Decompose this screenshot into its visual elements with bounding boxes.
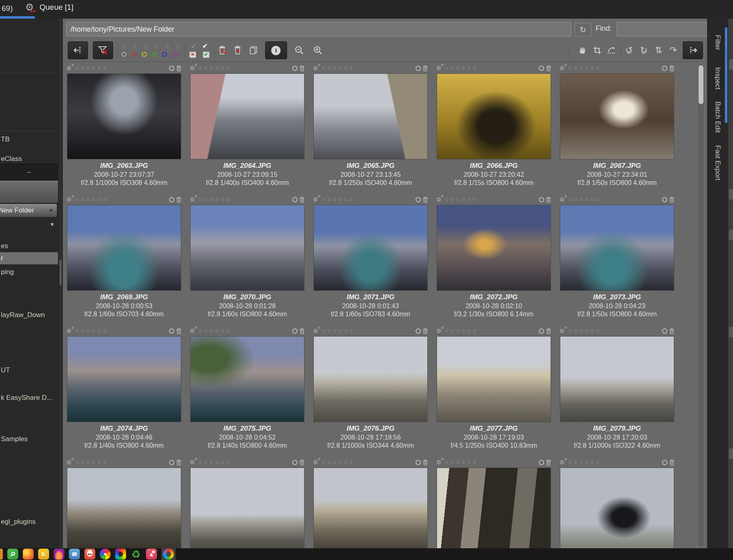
thumbnail-cell[interactable]: ⚙⚙ ☆☆☆☆☆☆ IMG_2067.JPG 2008-10-27 23:34:… <box>558 64 676 189</box>
thumbnail-cell[interactable]: ⚙⚙ ☆☆☆☆☆☆ IMG_2064.JPG 2008-10-27 23:09:… <box>189 64 306 189</box>
photo-thumbnail[interactable] <box>437 205 551 291</box>
trash-icon[interactable] <box>546 459 551 466</box>
photo-thumbnail[interactable] <box>313 205 428 291</box>
color-label-icon[interactable] <box>539 66 544 71</box>
color-label-icon[interactable] <box>662 328 667 334</box>
thumbnail-cell[interactable]: ⚙⚙ ☆☆☆☆☆☆ <box>435 458 553 549</box>
color-label-icon[interactable] <box>416 66 421 71</box>
thumbnail-cell[interactable]: ⚙⚙ ☆☆☆☆☆☆ <box>65 458 183 549</box>
photo-thumbnail[interactable] <box>313 468 428 549</box>
right-tab-inspect[interactable]: Inspect <box>707 67 728 90</box>
color-label-icon[interactable] <box>169 66 174 71</box>
rating-stars[interactable]: ☆☆☆☆☆☆ <box>75 460 109 465</box>
rating-stars[interactable]: ☆☆☆☆☆☆ <box>198 460 232 465</box>
photo-thumbnail[interactable] <box>67 336 181 422</box>
rating-stars[interactable]: ☆☆☆☆☆☆ <box>321 460 355 465</box>
color-label-icon[interactable] <box>292 328 298 334</box>
trash-icon[interactable] <box>422 459 428 466</box>
star-filter-icon[interactable]: ☆ <box>165 43 170 49</box>
copy-stack-button[interactable] <box>249 45 258 55</box>
trash-icon[interactable] <box>669 65 675 71</box>
taskbar-item-colorring[interactable] <box>115 549 126 560</box>
thumbnail-cell[interactable]: ⚙⚙ ☆☆☆☆☆☆ <box>189 458 306 549</box>
photo-thumbnail[interactable] <box>560 205 674 291</box>
color-label-filter-icon[interactable] <box>142 52 147 57</box>
taskbar-item-kapp[interactable]: K <box>38 549 49 560</box>
folder-tree-item[interactable]: egl_plugins <box>0 516 58 528</box>
trash-icon[interactable] <box>422 328 428 334</box>
photo-thumbnail[interactable] <box>437 336 551 422</box>
photo-thumbnail[interactable] <box>190 468 304 549</box>
color-label-filter-icon[interactable] <box>122 52 126 57</box>
edited-filter-icon[interactable]: ✔ <box>202 42 208 50</box>
color-label-icon[interactable] <box>416 328 421 334</box>
star-filter-icon[interactable]: ☆ <box>175 43 180 49</box>
rating-stars[interactable]: ☆☆☆☆☆☆ <box>445 197 478 202</box>
photo-thumbnail[interactable] <box>67 468 181 549</box>
star-filter-icon[interactable]: ☆ <box>132 43 137 49</box>
rating-stars[interactable]: ☆☆☆☆☆☆ <box>198 66 232 71</box>
tab-filebrowser-partial[interactable]: 69) <box>2 4 13 13</box>
photo-thumbnail[interactable] <box>560 468 674 549</box>
thumbnail-cell[interactable]: ⚙⚙ ☆☆☆☆☆☆ IMG_2075.JPG 2008-10-28 0:04:5… <box>189 326 306 452</box>
photo-thumbnail[interactable] <box>313 336 428 422</box>
color-label-icon[interactable] <box>416 460 421 465</box>
rating-stars[interactable]: ☆☆☆☆☆☆ <box>568 328 602 333</box>
trash-icon[interactable] <box>176 197 182 203</box>
trash-icon[interactable] <box>422 65 428 71</box>
thumbnail-cell[interactable]: ⚙⚙ ☆☆☆☆☆☆ IMG_2063.JPG 2008-10-27 23:07:… <box>65 64 183 189</box>
trash-icon[interactable] <box>669 459 675 466</box>
thumbnail-cell[interactable]: ⚙⚙ ☆☆☆☆☆☆ IMG_2079.JPG 2008-10-28 17:20:… <box>558 326 676 452</box>
thumbnail-cell[interactable]: ⚙⚙ ☆☆☆☆☆☆ IMG_2066.JPG 2008-10-27 23:20:… <box>435 64 553 189</box>
color-label-icon[interactable] <box>292 197 298 202</box>
collapse-left-panel-button[interactable] <box>68 41 88 59</box>
path-input[interactable]: /home/tony/Pictures/New Folder <box>66 22 571 36</box>
color-label-icon[interactable] <box>662 197 667 202</box>
star-filter-icon[interactable]: ☆ <box>122 43 127 49</box>
thumbnail-cell[interactable]: ⚙⚙ ☆☆☆☆☆☆ IMG_2077.JPG 2008-10-28 17:19:… <box>435 326 553 452</box>
star-filter-icon[interactable]: ☆ <box>154 43 159 49</box>
folder-dropdown[interactable]: New Folder ▼ <box>0 204 57 217</box>
rating-stars[interactable]: ☆☆☆☆☆☆ <box>568 460 602 465</box>
tab-queue[interactable]: ⚙▮▮ Queue [1] <box>25 2 73 12</box>
taskbar-item-firefox[interactable] <box>23 549 34 560</box>
color-label-icon[interactable] <box>662 66 667 71</box>
rating-stars[interactable]: ☆☆☆☆☆☆ <box>568 197 602 202</box>
flip-horizontal-button[interactable]: ↷ <box>670 46 677 55</box>
rating-stars[interactable]: ☆☆☆☆☆☆ <box>321 328 355 333</box>
taskbar-item-sync[interactable]: ♻ <box>131 549 141 560</box>
thumbnail-cell[interactable]: ⚙⚙ ☆☆☆☆☆☆ IMG_2069.JPG 2008-10-28 0:00:5… <box>65 195 183 321</box>
photo-thumbnail[interactable] <box>67 205 181 291</box>
color-label-icon[interactable] <box>292 66 298 71</box>
color-label-icon[interactable] <box>539 460 544 465</box>
trash-icon[interactable] <box>299 328 305 334</box>
trash-icon[interactable] <box>546 197 551 203</box>
photo-thumbnail[interactable] <box>190 336 304 422</box>
thumbnail-cell[interactable]: ⚙⚙ ☆☆☆☆☆☆ IMG_2070.JPG 2008-10-28 0:01:2… <box>189 195 306 321</box>
photo-thumbnail[interactable] <box>437 468 551 549</box>
panel-splitter[interactable] <box>58 19 63 548</box>
rating-stars[interactable]: ☆☆☆☆☆☆ <box>75 66 109 71</box>
rating-stars[interactable]: ☆☆☆☆☆☆ <box>198 328 232 333</box>
thumbnail-cell[interactable]: ⚙⚙ ☆☆☆☆☆☆ IMG_2074.JPG 2008-10-28 0:04:4… <box>65 326 183 452</box>
trash-icon[interactable] <box>176 459 182 466</box>
unedited-filter-icon[interactable]: ✓ <box>191 43 196 50</box>
trash-icon[interactable] <box>422 197 428 203</box>
trash-icon[interactable] <box>176 65 182 71</box>
trash-icon[interactable] <box>299 459 305 466</box>
taskbar-item-keepass[interactable]: ⚲ <box>7 549 18 560</box>
rating-stars[interactable]: ☆☆☆☆☆☆ <box>321 66 355 71</box>
pan-hand-button[interactable] <box>579 46 587 55</box>
rating-stars[interactable]: ☆☆☆☆☆☆ <box>75 328 109 333</box>
color-label-icon[interactable] <box>169 197 174 202</box>
trash-icon[interactable] <box>669 197 675 203</box>
rating-stars[interactable]: ☆☆☆☆☆☆ <box>445 328 478 333</box>
rating-stars[interactable]: ☆☆☆☆☆☆ <box>445 460 478 465</box>
right-tab-filter[interactable]: Filter <box>707 35 728 50</box>
tree-collapse-caret-icon[interactable]: ▼ <box>49 221 55 227</box>
sidebar-collapse-button[interactable]: − <box>0 164 58 181</box>
star-filter-icon[interactable]: ☆ <box>143 43 148 49</box>
color-label-icon[interactable] <box>662 460 667 465</box>
volume-label-partial[interactable]: TB <box>1 135 10 144</box>
color-label-filter-icon[interactable] <box>152 52 157 57</box>
